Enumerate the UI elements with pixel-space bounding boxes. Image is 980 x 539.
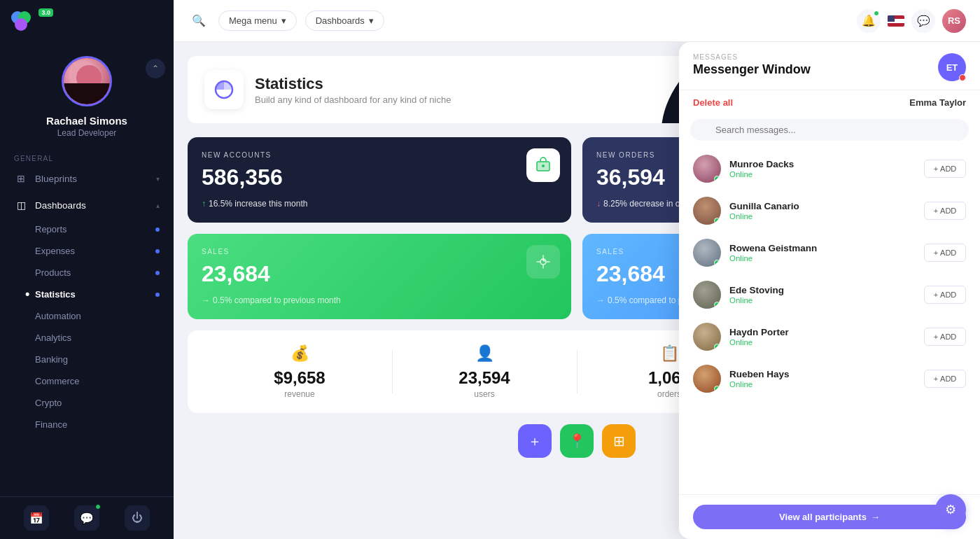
- sidebar-item-automation[interactable]: Automation: [0, 305, 174, 327]
- contact-online-dot-4: [714, 302, 720, 308]
- messages-btn[interactable]: 💬: [911, 9, 935, 33]
- sidebar-section-label: GENERAL: [0, 149, 174, 165]
- view-all-arrow-icon: →: [871, 512, 880, 522]
- contact-online-dot-2: [714, 218, 720, 224]
- add-contact-5-btn[interactable]: + ADD: [924, 328, 966, 346]
- sidebar-item-commerce[interactable]: Commerce: [0, 370, 174, 392]
- contact-status-2: Online: [729, 212, 916, 220]
- sidebar-item-blueprints[interactable]: ⊞ Blueprints ▾: [0, 165, 174, 192]
- mega-menu-label: Mega menu: [229, 15, 277, 26]
- chat-btn[interactable]: 💬: [74, 505, 99, 531]
- table-action-btn[interactable]: ⊞: [602, 424, 636, 458]
- add-contact-1-btn[interactable]: + ADD: [924, 160, 966, 178]
- user-avatar[interactable]: RS: [942, 9, 966, 33]
- contact-name-4: Ede Stoving: [729, 285, 916, 295]
- contact-info-2: Gunilla Canario Online: [729, 201, 916, 220]
- contact-item-3[interactable]: Rowena Geistmann Online + ADD: [679, 232, 980, 274]
- contact-info-3: Rowena Geistmann Online: [729, 243, 916, 262]
- profile-role: Lead Developer: [57, 128, 117, 138]
- dashboards-btn[interactable]: Dashboards ▾: [305, 10, 384, 31]
- sidebar-sub-statistics[interactable]: Statistics: [0, 284, 174, 305]
- sales-green-value: 23,684: [202, 261, 557, 287]
- contact-item-6[interactable]: Rueben Hays Online + ADD: [679, 358, 980, 400]
- stats-subtitle: Build any kind of dashboard for any kind…: [255, 94, 451, 105]
- add-plus-icon-1: +: [934, 164, 938, 173]
- statistics-label: Statistics: [35, 289, 76, 300]
- sales-green-card: SALES 23,684 → 0.5% compared to previous…: [188, 234, 571, 319]
- revenue-value: $9,658: [207, 368, 392, 388]
- contact-status-1: Online: [729, 170, 916, 178]
- sidebar-item-finance[interactable]: Finance: [0, 414, 174, 435]
- add-plus-icon-5: +: [934, 332, 938, 341]
- contact-item-4[interactable]: Ede Stoving Online + ADD: [679, 274, 980, 316]
- reports-label: Reports: [35, 224, 67, 234]
- contact-info-1: Munroe Dacks Online: [729, 159, 916, 178]
- add-plus-icon-3: +: [934, 248, 938, 257]
- contact-item-2[interactable]: Gunilla Canario Online + ADD: [679, 190, 980, 232]
- sidebar-sub-reports[interactable]: Reports: [0, 218, 174, 240]
- sidebar-sub-expenses[interactable]: Expenses: [0, 240, 174, 262]
- delete-all-btn[interactable]: Delete all: [693, 97, 733, 108]
- commerce-label: Commerce: [35, 376, 80, 386]
- down-arrow-icon: ↓: [596, 199, 601, 209]
- contact-item-1[interactable]: Munroe Dacks Online + ADD: [679, 148, 980, 190]
- messenger-contact-list: Munroe Dacks Online + ADD Gunilla Canari…: [679, 148, 980, 494]
- sidebar-item-dashboards[interactable]: ◫ Dashboards ▴: [0, 192, 174, 218]
- contact-online-dot-1: [714, 176, 720, 182]
- sidebar-item-banking[interactable]: Banking: [0, 349, 174, 370]
- sales-green-icon: [526, 245, 560, 279]
- add-contact-3-btn[interactable]: + ADD: [924, 244, 966, 262]
- products-label: Products: [35, 267, 71, 278]
- metric-revenue: 💰 $9,658 revenue: [207, 344, 392, 399]
- finance-label: Finance: [35, 419, 67, 430]
- app-version: 3.0: [38, 8, 53, 17]
- contact-item-5[interactable]: Haydn Porter Online + ADD: [679, 316, 980, 358]
- sidebar-item-analytics[interactable]: Analytics: [0, 327, 174, 349]
- neutral-arrow-icon-2: →: [596, 295, 605, 305]
- sidebar-item-crypto[interactable]: Crypto: [0, 392, 174, 414]
- messenger-search-input[interactable]: [690, 119, 969, 141]
- contact-avatar-2: [693, 197, 721, 225]
- expenses-dot: [155, 249, 160, 253]
- location-action-btn[interactable]: 📍: [560, 424, 594, 458]
- view-all-label: View all participants: [779, 512, 867, 522]
- stats-icon-box: [204, 70, 244, 109]
- expenses-label: Expenses: [35, 246, 75, 256]
- sidebar-sub-products[interactable]: Products: [0, 262, 174, 284]
- sidebar-profile: ⌃ Rachael Simons Lead Developer: [0, 39, 174, 149]
- new-accounts-card: NEW ACCOUNTS 586,356 ↑ 16.5% increase th…: [188, 137, 571, 223]
- view-all-participants-btn[interactable]: View all participants →: [693, 505, 966, 529]
- settings-fab-btn[interactable]: ⚙: [935, 494, 966, 525]
- messenger-overlay: MESSAGES Messenger Window ET Delete all …: [679, 42, 980, 539]
- new-accounts-icon: [526, 148, 560, 182]
- calendar-btn[interactable]: 📅: [24, 505, 49, 531]
- search-trigger[interactable]: 🔍: [188, 10, 210, 32]
- mega-menu-btn[interactable]: Mega menu ▾: [218, 10, 297, 31]
- contact-status-3: Online: [729, 254, 916, 262]
- calendar-icon: 📅: [29, 512, 43, 525]
- notifications-btn[interactable]: 🔔: [857, 9, 881, 33]
- dashboards-label: Dashboards: [35, 200, 156, 211]
- svg-point-3: [542, 164, 545, 167]
- contact-status-5: Online: [729, 338, 916, 346]
- profile-name: Rachael Simons: [46, 115, 127, 127]
- add-contact-4-btn[interactable]: + ADD: [924, 286, 966, 304]
- messenger-header: MESSAGES Messenger Window ET: [679, 42, 980, 90]
- neutral-arrow-icon-1: →: [202, 295, 210, 305]
- blueprints-arrow: ▾: [156, 175, 160, 183]
- chat-icon: 💬: [80, 512, 94, 525]
- up-arrow-icon: ↑: [202, 199, 206, 209]
- add-contact-6-btn[interactable]: + ADD: [924, 370, 966, 388]
- location-icon: 📍: [568, 433, 586, 449]
- search-wrapper: 🔍: [690, 119, 969, 141]
- page-content: Statistics Build any kind of dashboard f…: [174, 42, 980, 539]
- add-action-btn[interactable]: ＋: [518, 424, 552, 458]
- topbar-right: 🔔 💬 RS: [857, 9, 966, 33]
- contact-name-5: Haydn Porter: [729, 327, 916, 337]
- add-contact-2-btn[interactable]: + ADD: [924, 202, 966, 220]
- add-plus-icon-2: +: [934, 206, 938, 215]
- notification-dot: [874, 10, 879, 16]
- language-flag[interactable]: [888, 15, 904, 27]
- power-btn[interactable]: ⏻: [125, 505, 150, 531]
- sidebar-toggle[interactable]: ⌃: [146, 59, 165, 78]
